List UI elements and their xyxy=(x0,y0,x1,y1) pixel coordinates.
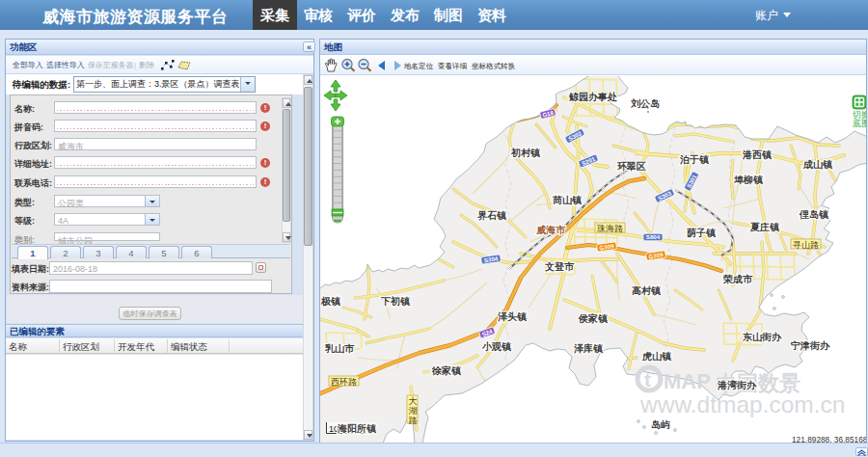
svg-text:俚岛镇: 俚岛镇 xyxy=(799,209,829,220)
svg-text:夏庄镇: 夏庄镇 xyxy=(749,222,780,232)
svg-text:环翠区: 环翠区 xyxy=(616,161,646,172)
svg-text:乳山市: 乳山市 xyxy=(324,343,355,354)
svg-text:t: t xyxy=(644,368,651,390)
svg-text:初村镇: 初村镇 xyxy=(510,148,541,158)
svg-text:岛屿: 岛屿 xyxy=(651,419,670,430)
svg-text:泽头镇: 泽头镇 xyxy=(498,311,528,322)
svg-text:港西镇: 港西镇 xyxy=(742,149,773,160)
svg-text:下初镇: 下初镇 xyxy=(380,296,411,307)
svg-text:海阳所镇: 海阳所镇 xyxy=(337,423,377,434)
svg-text:荫子镇: 荫子镇 xyxy=(687,228,717,238)
svg-text:121.89288, 36.85168: 121.89288, 36.85168 xyxy=(792,435,866,444)
svg-text:寻山路: 寻山路 xyxy=(792,240,819,250)
svg-text:www.dtmap.com.cn: www.dtmap.com.cn xyxy=(639,391,845,417)
svg-text:泽库镇: 泽库镇 xyxy=(574,343,604,354)
svg-text:威海市: 威海市 xyxy=(535,225,566,235)
svg-text:西环路: 西环路 xyxy=(331,377,357,387)
svg-text:珠海路: 珠海路 xyxy=(597,224,623,233)
svg-text:界石镇: 界石镇 xyxy=(476,210,507,221)
svg-text:宁津街办: 宁津街办 xyxy=(791,340,830,351)
svg-text:文登市: 文登市 xyxy=(544,261,575,272)
svg-text:MAP: MAP xyxy=(664,369,711,393)
svg-text:高村镇: 高村镇 xyxy=(632,285,662,296)
svg-text:苘山镇: 苘山镇 xyxy=(552,195,583,205)
svg-text:底图: 底图 xyxy=(853,119,866,128)
svg-text:埠柳镇: 埠柳镇 xyxy=(733,175,764,185)
svg-text:小观镇: 小观镇 xyxy=(481,341,512,352)
svg-text:东山街办: 东山街办 xyxy=(742,332,782,342)
svg-text:侯家镇: 侯家镇 xyxy=(578,313,609,324)
svg-text:刘公岛: 刘公岛 xyxy=(630,98,660,109)
svg-text:虎山镇: 虎山镇 xyxy=(641,351,672,362)
svg-text:荣成市: 荣成市 xyxy=(722,274,753,284)
svg-text:S804: S804 xyxy=(646,233,661,240)
svg-text:路: 路 xyxy=(409,416,418,425)
svg-text:鲸园办事处: 鲸园办事处 xyxy=(568,92,617,102)
svg-text:成山镇: 成山镇 xyxy=(802,159,833,170)
svg-text:湖: 湖 xyxy=(409,406,418,416)
svg-text:极镇: 极镇 xyxy=(320,296,341,307)
svg-text:大: 大 xyxy=(409,396,418,406)
svg-text:徐家镇: 徐家镇 xyxy=(431,365,462,376)
svg-text:港湾街办: 港湾街办 xyxy=(717,380,757,390)
svg-text:泊于镇: 泊于镇 xyxy=(679,154,710,165)
